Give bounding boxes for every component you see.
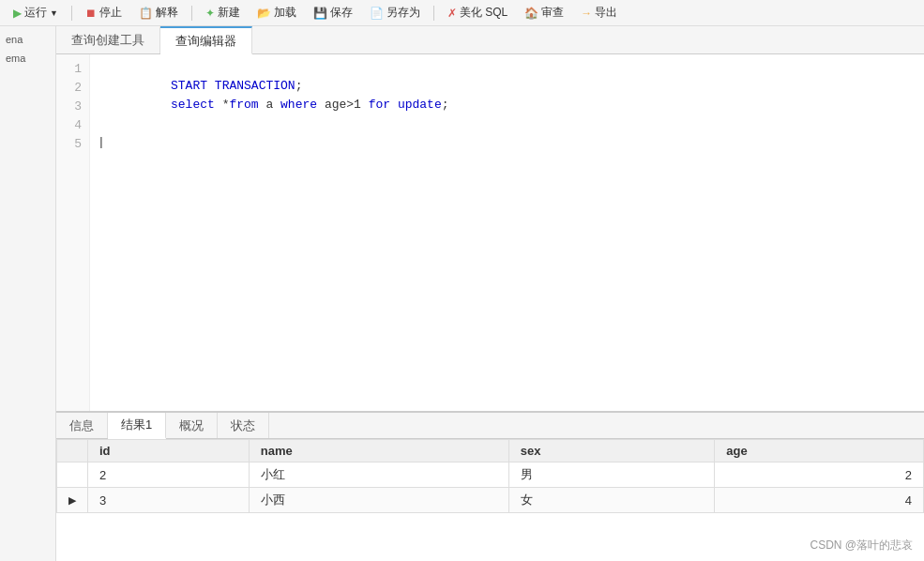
load-icon: 📂	[257, 7, 271, 20]
new-button[interactable]: ✦ 新建	[200, 3, 246, 23]
beautify-button[interactable]: ✗ 美化 SQL	[442, 3, 513, 23]
run-dropdown-icon: ▼	[50, 8, 58, 18]
code-editor[interactable]: 1 2 3 4 5 START TRANSACTION; select *fro…	[56, 54, 924, 411]
table-row[interactable]: 2 小红 男 2	[57, 462, 924, 488]
bottom-tabs: 信息 结果1 概况 状态	[56, 413, 924, 439]
sidebar-item-ena[interactable]: ena	[0, 30, 55, 49]
line-num-3: 3	[56, 96, 89, 114]
explain-icon: 📋	[139, 7, 153, 20]
kw-update: update	[398, 98, 442, 112]
line-numbers: 1 2 3 4 5	[56, 54, 90, 411]
cell-sex-2: 女	[508, 488, 714, 513]
save-button[interactable]: 💾 保存	[308, 3, 358, 23]
tab-query-editor[interactable]: 查询编辑器	[160, 26, 252, 54]
export-label: 导出	[595, 5, 617, 21]
row-indicator-1	[57, 462, 88, 488]
bottom-panel: 信息 结果1 概况 状态 id n	[56, 411, 924, 561]
cell-id-1: 2	[88, 462, 250, 488]
kw-select: select	[171, 98, 215, 112]
run-icon: ▶	[13, 7, 22, 20]
col-name: name	[249, 440, 508, 462]
saveas-button[interactable]: 📄 另存为	[364, 3, 426, 23]
kw-start: START	[171, 79, 207, 93]
query-tabs: 查询创建工具 查询编辑器	[56, 26, 924, 54]
tab-info[interactable]: 信息	[56, 413, 108, 438]
col-indicator	[57, 440, 88, 462]
results-table: id name sex age 2 小红 男 2	[56, 439, 924, 513]
stop-icon: ⏹	[85, 7, 97, 20]
stop-button[interactable]: ⏹ 停止	[80, 3, 128, 23]
code-line-5	[98, 133, 924, 152]
line-num-5: 5	[56, 133, 89, 152]
tab-query-builder[interactable]: 查询创建工具	[56, 26, 160, 53]
saveas-label: 另存为	[386, 5, 420, 21]
save-icon: 💾	[313, 7, 327, 20]
review-icon: 🏠	[524, 7, 538, 20]
review-button[interactable]: 🏠 审查	[519, 3, 569, 23]
sep1	[71, 6, 72, 21]
review-label: 审查	[541, 5, 564, 21]
stop-label: 停止	[99, 5, 122, 21]
table-row[interactable]: ▶ 3 小西 女 4	[57, 488, 924, 513]
results-table-wrap: id name sex age 2 小红 男 2	[56, 439, 924, 561]
tab-result1[interactable]: 结果1	[108, 413, 166, 439]
cell-id-2: 3	[88, 488, 250, 513]
kw-where: where	[280, 98, 317, 112]
col-id: id	[88, 440, 250, 462]
tab-status[interactable]: 状态	[218, 413, 269, 438]
row-indicator-2: ▶	[57, 488, 88, 513]
beautify-label: 美化 SQL	[460, 5, 507, 21]
col-sex: sex	[508, 440, 714, 462]
line-num-4: 4	[56, 114, 89, 133]
cell-name-1: 小红	[249, 462, 508, 488]
beautify-icon: ✗	[447, 7, 457, 20]
code-line-4	[98, 114, 924, 133]
main-content: 查询创建工具 查询编辑器 1 2 3 4 5 START TRANSACTION…	[56, 26, 924, 561]
cell-age-2: 4	[715, 488, 924, 513]
tab-overview[interactable]: 概况	[166, 413, 218, 438]
main-layout: ena ema 查询创建工具 查询编辑器 1 2 3 4 5	[0, 26, 924, 561]
kw-from: from	[229, 98, 258, 112]
col-age: age	[715, 440, 924, 462]
table-header-row: id name sex age	[57, 440, 924, 462]
save-label: 保存	[330, 5, 353, 21]
code-content[interactable]: START TRANSACTION; select *from a where …	[90, 54, 924, 411]
export-icon: →	[581, 7, 592, 20]
saveas-icon: 📄	[370, 7, 384, 20]
explain-label: 解释	[156, 5, 178, 21]
sidebar: ena ema	[0, 26, 56, 561]
run-label: 运行	[24, 5, 47, 21]
cell-sex-1: 男	[508, 462, 714, 488]
explain-button[interactable]: 📋 解释	[133, 3, 184, 23]
cell-name-2: 小西	[249, 488, 508, 513]
code-line-1: START TRANSACTION;	[98, 58, 924, 77]
new-icon: ✦	[205, 7, 215, 20]
run-button[interactable]: ▶ 运行 ▼	[8, 3, 64, 23]
new-label: 新建	[218, 5, 240, 21]
cell-age-1: 2	[715, 462, 924, 488]
line-num-1: 1	[56, 58, 89, 77]
watermark: CSDN @落叶的悲哀	[810, 538, 913, 553]
sep2	[191, 6, 192, 21]
load-button[interactable]: 📂 加载	[251, 3, 302, 23]
kw-for: for	[369, 98, 390, 112]
sep3	[433, 6, 434, 21]
load-label: 加载	[274, 5, 296, 21]
kw-transaction: TRANSACTION	[215, 79, 295, 93]
line-num-2: 2	[56, 77, 89, 96]
sidebar-item-ema[interactable]: ema	[0, 49, 55, 68]
toolbar: ▶ 运行 ▼ ⏹ 停止 📋 解释 ✦ 新建 📂 加载 💾 保存 📄 另存为 ✗ …	[0, 0, 924, 26]
export-button[interactable]: → 导出	[575, 3, 623, 23]
